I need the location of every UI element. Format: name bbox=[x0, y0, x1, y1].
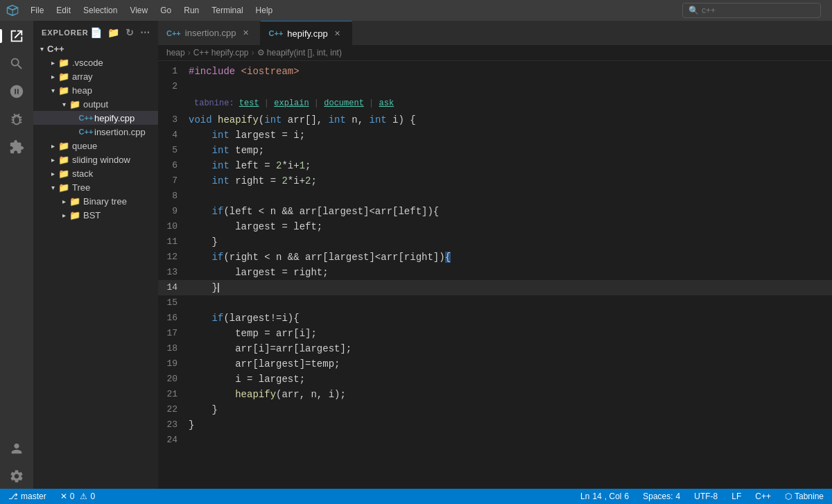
refresh-icon[interactable]: ↻ bbox=[124, 26, 136, 39]
line-content: } bbox=[189, 417, 832, 433]
folder-icon: 📁 bbox=[58, 168, 69, 179]
folder-icon: 📁 bbox=[58, 85, 69, 96]
menu-selection[interactable]: Selection bbox=[78, 4, 123, 17]
search-bar[interactable]: 🔍 bbox=[682, 3, 821, 18]
expand-arrow: ▸ bbox=[47, 57, 58, 68]
menu-edit[interactable]: Edit bbox=[51, 4, 76, 17]
expand-arrow: ▾ bbox=[47, 85, 58, 96]
line-content: arr[largest]=temp; bbox=[189, 356, 832, 372]
code-editor[interactable]: 1 #include <iostream> 2 tabnine: test | … bbox=[158, 61, 832, 489]
sidebar-item-sliding[interactable]: ▸ 📁 sliding window bbox=[33, 153, 158, 166]
breadcrumb-function[interactable]: ⚙ heapify(int [], int, int) bbox=[257, 48, 342, 58]
folder-icon: 📁 bbox=[69, 195, 80, 207]
code-line: 8 bbox=[158, 189, 832, 204]
status-encoding[interactable]: UTF-8 bbox=[691, 489, 720, 504]
activity-git[interactable] bbox=[4, 79, 29, 104]
line-number: 6 bbox=[158, 158, 189, 173]
line-content: if(right < n && arr[largest]<arr[right])… bbox=[189, 250, 832, 265]
line-number: 2 bbox=[158, 79, 189, 94]
menu-help[interactable]: Help bbox=[250, 4, 279, 17]
sidebar-item-bst[interactable]: ▸ 📁 BST bbox=[33, 208, 158, 222]
sidebar-item-tree[interactable]: ▾ 📁 Tree bbox=[33, 180, 158, 194]
activity-extensions[interactable] bbox=[4, 134, 29, 159]
ln-label: Ln bbox=[580, 492, 589, 501]
menu-go[interactable]: Go bbox=[155, 4, 177, 17]
activity-debug[interactable] bbox=[4, 107, 29, 132]
tab-insertion[interactable]: C++ insertion.cpp ✕ bbox=[158, 21, 261, 45]
activity-search[interactable] bbox=[4, 51, 29, 76]
collapse-all-icon[interactable]: ⋯ bbox=[139, 26, 152, 39]
cpp-icon: C++ bbox=[269, 29, 284, 37]
code-line: 22 } bbox=[158, 402, 832, 417]
line-content bbox=[189, 79, 832, 94]
sidebar-item-output[interactable]: ▾ 📁 output bbox=[33, 97, 158, 111]
tabnine-ask-link[interactable]: ask bbox=[379, 98, 394, 108]
status-spaces[interactable]: Spaces: 4 bbox=[640, 489, 683, 504]
sidebar-item-cpp-root[interactable]: ▾ C++ bbox=[33, 42, 158, 55]
tabnine-document-link[interactable]: document bbox=[324, 98, 364, 108]
tabnine-explain-link[interactable]: explain bbox=[274, 98, 309, 108]
status-bar: ⎇ master ✕ 0 ⚠ 0 Ln 14 , Col 6 Spaces: 4… bbox=[0, 489, 832, 504]
menu-view[interactable]: View bbox=[124, 4, 153, 17]
menu-terminal[interactable]: Terminal bbox=[206, 4, 248, 17]
sidebar: EXPLORER 📄 📁 ↻ ⋯ ▾ C++ ▸ 📁 .vscode bbox=[33, 21, 158, 489]
new-folder-icon[interactable]: 📁 bbox=[106, 26, 121, 39]
sidebar-item-array[interactable]: ▸ 📁 array bbox=[33, 69, 158, 83]
code-line: 6 int left = 2*i+1; bbox=[158, 158, 832, 173]
sidebar-item-stack[interactable]: ▸ 📁 stack bbox=[33, 166, 158, 180]
line-number: 20 bbox=[158, 372, 189, 387]
line-number: 18 bbox=[158, 341, 189, 356]
breadcrumb-sep: › bbox=[188, 48, 191, 58]
code-line: 9 if(left < n && arr[largest]<arr[left])… bbox=[158, 204, 832, 219]
tab-close-hepify[interactable]: ✕ bbox=[332, 28, 343, 39]
search-input[interactable] bbox=[702, 6, 813, 15]
status-language[interactable]: C++ bbox=[752, 489, 774, 504]
eol-value: LF bbox=[731, 492, 741, 501]
tabnine-icon: ⬡ bbox=[785, 492, 792, 501]
tree-label: BST bbox=[83, 210, 158, 220]
activity-explorer[interactable] bbox=[4, 24, 29, 49]
col-value: 6 bbox=[625, 492, 630, 501]
line-number: 5 bbox=[158, 143, 189, 158]
menubar: File Edit Selection View Go Run Terminal… bbox=[0, 0, 832, 21]
editor-area: C++ insertion.cpp ✕ C++ hepify.cpp ✕ hea… bbox=[158, 21, 832, 489]
folder-icon: 📁 bbox=[58, 154, 69, 165]
tab-close-insertion[interactable]: ✕ bbox=[241, 28, 252, 39]
sidebar-item-hepify[interactable]: ▸ C++ hepify.cpp bbox=[33, 111, 158, 125]
code-line: 13 largest = right; bbox=[158, 265, 832, 280]
breadcrumb-heap[interactable]: heap bbox=[166, 48, 185, 58]
warning-count: 0 bbox=[90, 492, 95, 501]
status-ln-col[interactable]: Ln 14 , Col 6 bbox=[578, 489, 632, 504]
status-tabnine[interactable]: ⬡ Tabnine bbox=[782, 489, 826, 504]
line-content: void heapify(int arr[], int n, int i) { bbox=[189, 112, 832, 128]
code-line: 20 i = largest; bbox=[158, 372, 832, 387]
activity-settings[interactable] bbox=[4, 464, 29, 489]
file-tree: ▾ C++ ▸ 📁 .vscode ▸ 📁 array ▾ 📁 heap bbox=[33, 42, 158, 489]
line-content: if(largest!=i){ bbox=[189, 311, 832, 326]
new-file-icon[interactable]: 📄 bbox=[89, 26, 104, 39]
tab-label: hepify.cpp bbox=[287, 28, 327, 39]
sidebar-item-heap[interactable]: ▾ 📁 heap bbox=[33, 83, 158, 97]
activity-accounts[interactable] bbox=[4, 436, 29, 461]
line-content: largest = left; bbox=[189, 219, 832, 234]
status-branch[interactable]: ⎇ master bbox=[6, 489, 49, 504]
sidebar-item-insertion[interactable]: ▸ C++ insertion.cpp bbox=[33, 125, 158, 139]
line-content: temp = arr[i]; bbox=[189, 326, 832, 341]
sidebar-item-vscode[interactable]: ▸ 📁 .vscode bbox=[33, 55, 158, 69]
expand-arrow: ▸ bbox=[58, 195, 69, 207]
tabnine-test-link[interactable]: test bbox=[239, 98, 259, 108]
tree-label: Tree bbox=[72, 182, 158, 193]
sidebar-item-binarytree[interactable]: ▸ 📁 Binary tree bbox=[33, 194, 158, 208]
sidebar-item-queue[interactable]: ▸ 📁 queue bbox=[33, 139, 158, 153]
menu-file[interactable]: File bbox=[25, 4, 49, 17]
breadcrumb-file[interactable]: C++ hepify.cpp bbox=[193, 48, 249, 58]
tabnine-banner: tabnine: test | explain | document | ask bbox=[158, 94, 832, 112]
code-line: 4 int largest = i; bbox=[158, 128, 832, 143]
tab-hepify[interactable]: C++ hepify.cpp ✕ bbox=[261, 21, 352, 45]
line-content bbox=[189, 433, 832, 448]
status-errors[interactable]: ✕ 0 ⚠ 0 bbox=[58, 489, 98, 504]
menu-run[interactable]: Run bbox=[178, 4, 205, 17]
status-eol[interactable]: LF bbox=[729, 489, 744, 504]
expand-arrow: ▾ bbox=[47, 182, 58, 193]
breadcrumb-sep: › bbox=[252, 48, 254, 58]
